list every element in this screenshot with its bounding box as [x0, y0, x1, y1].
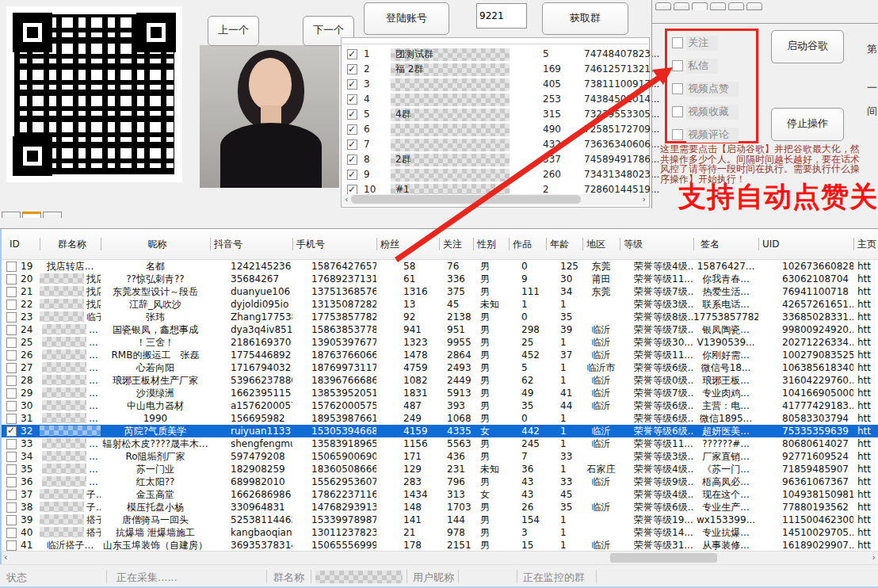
- lower-tab[interactable]: [22, 212, 41, 218]
- group-checkbox[interactable]: [347, 94, 357, 105]
- column-header[interactable]: 主页: [853, 238, 878, 250]
- scroll-left-icon[interactable]: ‹: [345, 194, 348, 205]
- table-row[interactable]: 21 找店... 东莞发型设计～段岳 duanyue106 1375136857…: [2, 285, 878, 298]
- row-checkbox[interactable]: [6, 274, 17, 284]
- group-row[interactable]: 2 福 2群 169 74612571321...: [343, 62, 647, 77]
- group-row[interactable]: 7 432 73636340606...: [343, 137, 647, 152]
- column-header[interactable]: 作品: [509, 238, 546, 250]
- table-row[interactable]: 34 ... Ro阻垢剂厂家 597479208 15065900690 171…: [2, 450, 878, 463]
- table-row[interactable]: 19 找店转店... 名都 1242145236 15876427657 58 …: [2, 260, 878, 273]
- group-row[interactable]: 9 260 73431348023...: [343, 167, 647, 182]
- checkbox-icon[interactable]: [672, 83, 683, 94]
- table-row[interactable]: 37 子... 金玉高堂 1662686986 17862237116 1434…: [2, 488, 878, 501]
- column-header[interactable]: 手机号: [292, 238, 376, 250]
- row-checkbox[interactable]: [6, 312, 17, 323]
- scroll-right-icon[interactable]: ›: [872, 552, 876, 564]
- right-tab[interactable]: [710, 2, 726, 10]
- table-row[interactable]: 20 找店... ??惊弘刺青?? 35684267 17689237131 6…: [2, 273, 878, 285]
- row-checkbox[interactable]: [6, 439, 17, 449]
- row-checkbox[interactable]: [6, 490, 17, 500]
- right-tab[interactable]: [674, 2, 689, 10]
- table-row[interactable]: 24 ... 国瓷银凤，鑫想事成 dya3q4iv851m 1586385377…: [2, 323, 878, 336]
- table-row[interactable]: 27 ... 心若向阳 1716794032 18769973117 4759 …: [2, 361, 878, 374]
- action-checkbox-item[interactable]: 视频点赞: [672, 82, 756, 95]
- table-row[interactable]: 28 ... 琅琊王板材生产厂家 53966237880 18396766686…: [2, 374, 878, 387]
- column-header[interactable]: 签名: [693, 238, 758, 250]
- row-checkbox[interactable]: [6, 515, 17, 525]
- lower-tab[interactable]: [2, 212, 21, 218]
- lower-tab[interactable]: [43, 212, 62, 218]
- column-header[interactable]: 群名称: [40, 238, 101, 250]
- column-header[interactable]: 粉丝: [376, 238, 439, 250]
- row-checkbox[interactable]: [6, 325, 17, 335]
- right-tab[interactable]: [746, 2, 762, 10]
- row-checkbox[interactable]: [6, 388, 17, 399]
- group-row[interactable]: 8 2群 337 74589491786...: [343, 152, 647, 167]
- row-checkbox[interactable]: [6, 262, 17, 272]
- row-checkbox[interactable]: [6, 477, 17, 487]
- prev-button[interactable]: 上一个: [208, 16, 259, 46]
- column-header[interactable]: 关注: [439, 238, 473, 250]
- row-checkbox[interactable]: [6, 350, 17, 361]
- login-account-button[interactable]: 登陆账号: [364, 2, 449, 35]
- table-row[interactable]: 31 ... 1990 156695982 18953987661 249 10…: [2, 412, 878, 425]
- action-checkbox-item[interactable]: 视频评论: [672, 128, 756, 141]
- table-row[interactable]: 38 子... 模压托盘小杨 330964831 14768293913 148…: [2, 501, 878, 514]
- table-row[interactable]: 29 ... 沙漠绿洲 1662395115 13853952051 1831 …: [2, 387, 878, 399]
- column-header[interactable]: 地区: [582, 238, 620, 250]
- table-row[interactable]: 40 搭子... 抗爆墙 泄爆墙施工 kangbaoqiang 13011237…: [2, 526, 878, 539]
- row-checkbox[interactable]: [6, 401, 17, 411]
- get-group-button[interactable]: 获取群: [542, 2, 628, 35]
- scroll-thumb[interactable]: [610, 553, 717, 563]
- row-checkbox[interactable]: [6, 464, 17, 475]
- right-tab[interactable]: [692, 2, 708, 10]
- right-tab[interactable]: [728, 2, 744, 10]
- checkbox-icon[interactable]: [672, 37, 683, 48]
- row-checkbox[interactable]: [6, 287, 17, 297]
- table-row[interactable]: 23 临子... 张玮 Zhang17753857782 17753857782…: [2, 311, 878, 323]
- table-row[interactable]: 36 ... 红太阳?? 689982010 15562953607 283 7…: [2, 475, 878, 488]
- group-checkbox[interactable]: [347, 155, 357, 165]
- action-checkbox-item[interactable]: 私信: [672, 59, 756, 72]
- table-row[interactable]: 32 芮院?气质美学 ruiyuan1133 15305394668 4159 …: [2, 425, 878, 437]
- checkbox-icon[interactable]: [672, 60, 683, 71]
- table-row[interactable]: 30 ... 中山电力器材 a15762000575 15762000575 4…: [2, 399, 878, 412]
- group-row[interactable]: 4 253 74384501014...: [343, 92, 647, 107]
- account-input[interactable]: [476, 3, 527, 29]
- column-header[interactable]: 性别: [473, 238, 509, 250]
- row-checkbox[interactable]: [6, 300, 17, 310]
- column-header[interactable]: UID: [758, 238, 853, 250]
- scroll-thumb[interactable]: [351, 195, 581, 204]
- row-checkbox[interactable]: [6, 376, 17, 386]
- column-header[interactable]: 抖音号: [210, 238, 292, 250]
- table-row[interactable]: 33 ... 辐射松木皮????晟丰木... shengfengmuye777 …: [2, 437, 878, 450]
- right-tab[interactable]: [655, 2, 671, 10]
- column-header[interactable]: 年龄: [546, 238, 582, 250]
- group-row[interactable]: 1 团测试群 5 74748407823...: [343, 47, 647, 62]
- table-row[interactable]: 25 ... ！三舍！ 2186169370 13905397677 1323 …: [2, 336, 878, 349]
- stop-operation-button[interactable]: 停止操作: [771, 108, 844, 141]
- group-row[interactable]: 5 4群 315 73239553305...: [343, 107, 647, 122]
- table-row[interactable]: 26 ... RMB的搬运工 张磊 1775446892 18763766066…: [2, 349, 878, 361]
- table-row[interactable]: 41 临沂搭子... 山东玉埠装饰（自建房） 36935378314 15065…: [2, 539, 878, 552]
- row-checkbox[interactable]: [6, 540, 17, 551]
- row-checkbox[interactable]: [6, 363, 17, 373]
- row-checkbox[interactable]: [6, 414, 17, 424]
- table-row[interactable]: 39 搭子... 唐僧骑马一回头 52538114463 15339978987…: [2, 514, 878, 526]
- group-checkbox[interactable]: [347, 124, 357, 135]
- group-row[interactable]: 3 405 73811100917...: [343, 77, 647, 92]
- group-checkbox[interactable]: [347, 170, 357, 180]
- group-list-hscrollbar[interactable]: ‹ ›: [343, 194, 647, 205]
- checkbox-icon[interactable]: [672, 106, 683, 117]
- group-checkbox[interactable]: [347, 79, 357, 90]
- group-checkbox[interactable]: [347, 64, 357, 74]
- scroll-left-icon[interactable]: ‹: [4, 552, 7, 564]
- row-checkbox[interactable]: [6, 426, 17, 437]
- scroll-right-icon[interactable]: ›: [643, 194, 646, 205]
- column-header[interactable]: ID: [2, 238, 40, 250]
- action-checkbox-item[interactable]: 关注: [672, 36, 756, 49]
- row-checkbox[interactable]: [6, 528, 17, 538]
- column-header[interactable]: 昵称: [101, 238, 210, 250]
- group-checkbox[interactable]: [347, 139, 357, 150]
- row-checkbox[interactable]: [6, 502, 17, 513]
